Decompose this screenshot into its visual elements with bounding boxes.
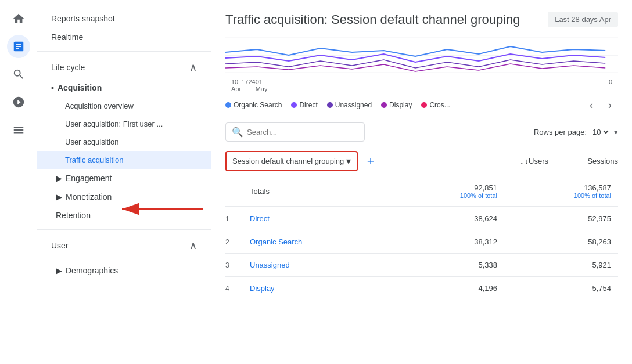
row-2-sessions: 58,263: [504, 230, 618, 254]
sidebar-item-traffic-acquisition[interactable]: Traffic acquisition: [37, 151, 211, 169]
x-label-3: 24: [248, 78, 255, 92]
demographics-label: Demographics: [66, 266, 118, 275]
sidebar-item-reports-snapshot[interactable]: Reports snapshot: [37, 9, 211, 28]
legend-label-organic: Organic Search: [234, 101, 282, 109]
user-section-header[interactable]: User ∧: [37, 235, 211, 257]
page-header: Traffic acquisition: Session default cha…: [225, 0, 618, 32]
totals-num-cell: [225, 176, 243, 207]
legend-prev-button[interactable]: ‹: [583, 97, 599, 113]
table-row: 2 Organic Search 38,312 58,263: [225, 230, 618, 254]
row-1-num: 1: [225, 207, 243, 230]
lifecycle-section-header[interactable]: Life cycle ∧: [37, 56, 211, 78]
configure-nav-icon[interactable]: [7, 118, 30, 142]
row-3-num: 3: [225, 254, 243, 277]
row-3-sessions: 5,921: [504, 254, 618, 277]
row-1-sessions: 52,975: [504, 207, 618, 230]
chart-svg: [225, 32, 618, 78]
row-2-num: 2: [225, 230, 243, 254]
monetization-label: Monetization: [66, 192, 112, 201]
totals-sessions-value: 136,587: [511, 183, 611, 192]
sidebar-item-retention[interactable]: Retention: [37, 206, 211, 225]
analytics-nav-icon[interactable]: [7, 35, 30, 58]
explore-nav-icon[interactable]: [7, 63, 30, 86]
legend-dot-direct: [291, 102, 297, 108]
row-1-users: 38,624: [390, 207, 504, 230]
row-1-dim[interactable]: Direct: [243, 207, 390, 230]
totals-sessions-cell: 136,587 100% of total: [504, 176, 618, 207]
sidebar-item-acquisition-overview[interactable]: Acquisition overview: [37, 97, 211, 115]
rows-per-page-select[interactable]: 10 25 50: [590, 127, 611, 137]
acquisition-label: Acquisition: [58, 83, 102, 92]
legend-item-organic-search[interactable]: Organic Search: [225, 101, 282, 109]
x-label-4: 01May: [256, 78, 268, 92]
user-chevron-icon: ∧: [189, 239, 197, 252]
search-input[interactable]: [247, 128, 358, 136]
lifecycle-chevron-icon: ∧: [189, 61, 197, 74]
rows-per-page-label: Rows per page:: [534, 128, 587, 136]
sessions-column-header: Sessions: [572, 157, 618, 165]
search-box[interactable]: 🔍: [225, 122, 365, 142]
legend-item-display[interactable]: Display: [381, 101, 412, 109]
chart-area: 10Apr 17 24 01May 0 Organic Search Direc…: [225, 32, 618, 113]
home-nav-icon[interactable]: [7, 7, 30, 30]
legend-label-cros: Cros...: [429, 101, 450, 109]
data-table: Totals 92,851 100% of total 136,587 100%…: [225, 176, 618, 300]
sidebar-item-user-acquisition[interactable]: User acquisition: [37, 133, 211, 151]
row-4-dim[interactable]: Display: [243, 277, 390, 300]
row-2-dim[interactable]: Organic Search: [243, 230, 390, 254]
totals-users-value: 92,851: [397, 183, 497, 192]
chart-x-labels: 10Apr 17 24 01May 0: [225, 78, 618, 92]
row-3-dim[interactable]: Unassigned: [243, 254, 390, 277]
main-content: Traffic acquisition: Session default cha…: [211, 0, 632, 364]
row-2-users: 38,312: [390, 230, 504, 254]
sidebar-item-engagement[interactable]: ▶ Engagement: [37, 169, 211, 188]
row-4-users: 4,196: [390, 277, 504, 300]
monetization-expand-icon: ▶: [56, 192, 62, 201]
sidebar-item-realtime[interactable]: Realtime: [37, 28, 211, 46]
table-row: 4 Display 4,196 5,754: [225, 277, 618, 300]
add-dimension-button[interactable]: +: [362, 153, 379, 170]
table-controls: 🔍 Rows per page: 10 25 50 ▾: [225, 122, 618, 142]
legend-nav: ‹ ›: [583, 97, 618, 113]
dimension-dropdown-label: Session default channel grouping: [232, 157, 344, 165]
legend-next-button[interactable]: ›: [602, 97, 618, 113]
icon-bar: [0, 0, 37, 364]
totals-users-cell: 92,851 100% of total: [390, 176, 504, 207]
page-title: Traffic acquisition: Session default cha…: [225, 12, 520, 27]
chart-legend: Organic Search Direct Unassigned Display…: [225, 97, 618, 113]
legend-dot-cros: [421, 102, 427, 108]
table-header-bar: Session default channel grouping ▾ + ↓↓U…: [225, 146, 618, 176]
x-label-2: 17: [241, 78, 248, 92]
metric-headers: ↓↓Users Sessions: [502, 157, 618, 165]
legend-item-direct[interactable]: Direct: [291, 101, 317, 109]
totals-sessions-sub: 100% of total: [511, 192, 611, 199]
row-3-users: 5,338: [390, 254, 504, 277]
acquisition-category[interactable]: ▪ Acquisition: [37, 78, 211, 97]
engagement-label: Engagement: [66, 174, 112, 183]
sidebar-item-demographics[interactable]: ▶ Demographics: [37, 261, 211, 280]
dropdown-icon: ▾: [614, 128, 618, 136]
totals-label-cell: Totals: [243, 176, 390, 207]
sidebar: Reports snapshot Realtime Life cycle ∧ ▪…: [37, 0, 211, 364]
demographics-expand-icon: ▶: [56, 266, 62, 275]
dimension-chevron-icon: ▾: [346, 156, 351, 167]
bullet-icon: ▪: [51, 83, 54, 92]
sidebar-item-monetization[interactable]: ▶ Monetization: [37, 188, 211, 206]
row-4-num: 4: [225, 277, 243, 300]
table-totals-row: Totals 92,851 100% of total 136,587 100%…: [225, 176, 618, 207]
sidebar-item-user-acquisition-first[interactable]: User acquisition: First user ...: [37, 115, 211, 133]
retention-label: Retention: [56, 211, 91, 220]
user-section-label: User: [51, 241, 69, 250]
dimension-dropdown[interactable]: Session default channel grouping ▾: [225, 151, 358, 171]
legend-label-display: Display: [389, 101, 412, 109]
date-range-selector[interactable]: Last 28 days Apr: [548, 12, 618, 27]
totals-users-sub: 100% of total: [397, 192, 497, 199]
advertising-nav-icon[interactable]: [7, 91, 30, 114]
legend-dot-display: [381, 102, 387, 108]
dimension-selector-row: Session default channel grouping ▾ +: [225, 151, 379, 171]
legend-item-unassigned[interactable]: Unassigned: [327, 101, 372, 109]
legend-item-cros[interactable]: Cros...: [421, 101, 450, 109]
legend-dot-organic: [225, 102, 231, 108]
sidebar-divider-2: [37, 229, 211, 230]
legend-label-unassigned: Unassigned: [335, 101, 372, 109]
